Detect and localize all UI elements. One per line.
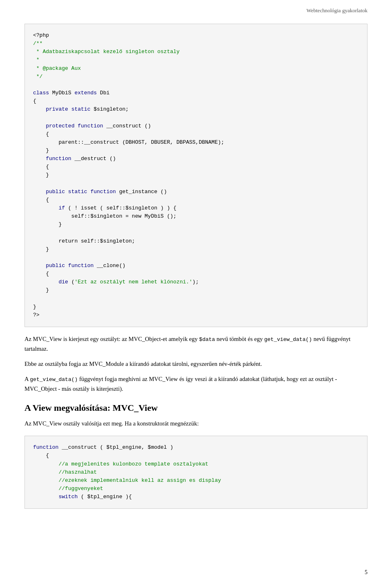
main-code-block: <?php /** * Adatbaziskapcsolat kezelő si… (24, 24, 368, 327)
header-title: Webtechnológia gyakorlatok (307, 7, 368, 14)
section-subtext: Az MVC_View osztály valósítja ezt meg. H… (24, 419, 368, 428)
prose-paragraph-1: Az MVC_View is kierjeszt egy osztályt: a… (24, 334, 368, 354)
section-heading: A View megvalósítása: MVC_View (24, 403, 368, 413)
page-container: Webtechnológia gyakorlatok <?php /** * A… (0, 0, 392, 588)
code-line: <?php (33, 32, 49, 38)
prose-paragraph-3: A get_view_data() függvényt fogja meghív… (24, 374, 368, 394)
prose-paragraph-2: Ebbe az osztályba fogja az MVC_Module a … (24, 359, 368, 369)
page-number: 5 (365, 569, 368, 576)
constructor-code-block: function __construct ( $tpl_engine, $mod… (24, 436, 368, 509)
